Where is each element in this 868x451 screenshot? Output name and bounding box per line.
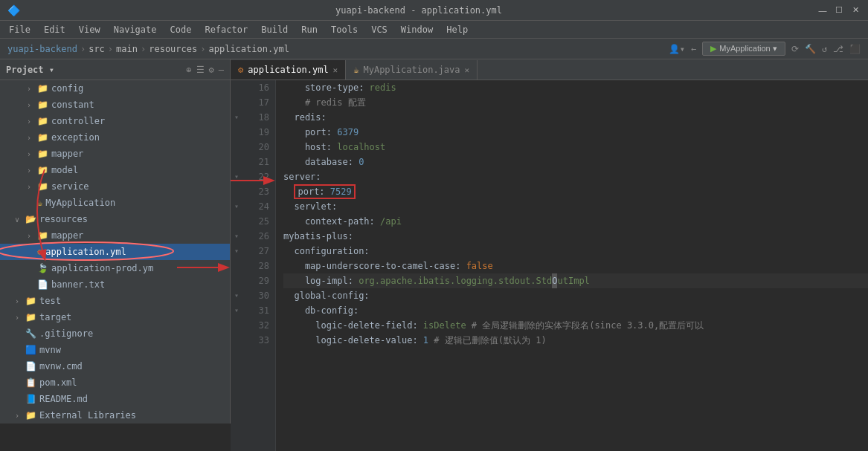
sidebar-item-test[interactable]: › 📁 test <box>0 293 230 309</box>
title-bar-title: yuapi-backend - application.yml <box>335 5 502 16</box>
stop-icon[interactable]: ⬛ <box>849 44 861 54</box>
sidebar-item-application-yml[interactable]: ⚙ application.yml <box>0 244 230 260</box>
fold-cell-fold[interactable]: ▾ <box>231 288 242 303</box>
breadcrumb-src[interactable]: src <box>89 44 105 54</box>
menu-item-window[interactable]: Window <box>395 23 439 36</box>
menu-item-refactor[interactable]: Refactor <box>199 23 254 36</box>
code-line-18: redis: <box>283 110 868 125</box>
line-num-21: 21 <box>242 155 269 169</box>
add-icon[interactable]: ⊕ <box>186 65 191 75</box>
tab-java-icon: ☕ <box>353 65 359 75</box>
menu-item-navigate[interactable]: Navigate <box>108 23 163 36</box>
sidebar-item-mvnw-cmd[interactable]: 📄 mvnw.cmd <box>0 358 230 374</box>
run-config-button[interactable]: ▶ MyApplication ▾ <box>702 42 785 56</box>
fold-cell-fold[interactable]: ▾ <box>231 229 242 244</box>
sidebar-item-application-prod[interactable]: 🍃 application-prod.ym <box>0 260 230 276</box>
sidebar-item-mapper[interactable]: › 📁 mapper <box>0 146 230 162</box>
refresh-icon[interactable]: ⟳ <box>791 44 799 54</box>
sidebar-item-label: .gitignore <box>39 328 93 339</box>
sidebar-item-myapplication[interactable]: ☕ MyApplication <box>0 195 230 211</box>
sidebar-item-label: application.yml <box>45 247 126 257</box>
sidebar-item-readme[interactable]: 📘 README.md <box>0 391 230 407</box>
chevron-right-icon: › <box>27 183 36 191</box>
sidebar-item-resources[interactable]: ∨ 📂 resources <box>0 211 230 227</box>
sidebar-item-banner[interactable]: 📄 banner.txt <box>0 276 230 293</box>
fold-cell <box>231 214 242 229</box>
sidebar-item-gitignore[interactable]: 🔧 .gitignore <box>0 325 230 342</box>
sidebar-item-exception[interactable]: › 📁 exception <box>0 129 230 146</box>
editor-content: ▾ ▾ ▾ ▾ ▾ ▾ ▾ <box>231 80 868 451</box>
chevron-right-icon: › <box>15 297 24 305</box>
code-area[interactable]: store-type: redis # redis 配置 redis: port… <box>276 80 868 451</box>
menu-item-edit[interactable]: Edit <box>38 23 71 36</box>
back-icon[interactable]: ← <box>691 44 696 54</box>
menu-item-view[interactable]: View <box>73 23 106 36</box>
breadcrumb-project[interactable]: yuapi-backend <box>7 44 77 54</box>
editor[interactable]: ▾ ▾ ▾ ▾ ▾ ▾ ▾ <box>231 80 868 451</box>
breadcrumb-file[interactable]: application.yml <box>208 44 289 54</box>
fold-cell-fold[interactable]: ▾ <box>231 110 242 125</box>
collapse-icon[interactable]: — <box>219 65 224 75</box>
fold-cell <box>231 125 242 140</box>
settings-icon[interactable]: ⚙ <box>209 65 214 75</box>
close-button[interactable]: ✕ <box>850 5 861 16</box>
menu-item-vcs[interactable]: VCS <box>365 23 393 36</box>
branch-icon[interactable]: ⎇ <box>833 44 843 54</box>
java-file-icon: ☕ <box>37 198 42 208</box>
line-numbers: 16 17 18 19 20 21 22 23 24 25 26 27 28 2… <box>242 80 276 451</box>
code-line-19: port: 6379 <box>283 125 868 140</box>
sidebar-item-pom[interactable]: 📋 pom.xml <box>0 374 230 391</box>
code-line-24: servlet: <box>283 199 868 214</box>
build-icon[interactable]: 🔨 <box>805 44 816 54</box>
fold-cell-fold[interactable]: ▾ <box>231 303 242 318</box>
menu-item-run[interactable]: Run <box>295 23 324 36</box>
sidebar-item-mapper-res[interactable]: › 📁 mapper <box>0 227 230 244</box>
minimize-button[interactable]: — <box>817 5 828 16</box>
tab-close-button[interactable]: ✕ <box>465 65 470 75</box>
sidebar-item-model[interactable]: › 📁 model <box>0 162 230 178</box>
menu-item-build[interactable]: Build <box>255 23 294 36</box>
folder-icon: 📁 <box>37 165 48 175</box>
line-num-18: 18 <box>242 110 269 125</box>
mvn-file-icon: 🟦 <box>25 345 36 355</box>
folder-icon: 📁 <box>37 230 48 241</box>
breadcrumb-resources[interactable]: resources <box>149 44 197 54</box>
sidebar-item-label: config <box>51 83 83 94</box>
chevron-right-icon: › <box>27 166 36 175</box>
sidebar-item-external-libs[interactable]: › 📁 External Libraries <box>0 407 230 424</box>
fold-cell-fold[interactable]: ▾ <box>231 244 242 259</box>
cmd-file-icon: 📄 <box>25 361 36 371</box>
sidebar-item-target[interactable]: › 📁 target <box>0 309 230 325</box>
sidebar-item-label: model <box>51 165 78 175</box>
sidebar-item-constant[interactable]: › 📁 constant <box>0 97 230 113</box>
sidebar-item-config[interactable]: › 📁 config <box>0 80 230 97</box>
line-num-23: 23 <box>242 184 269 199</box>
fold-cell <box>231 273 242 288</box>
title-bar: 🔷 yuapi-backend - application.yml — ☐ ✕ <box>0 0 868 21</box>
sidebar-item-label: target <box>39 312 71 322</box>
sidebar-item-service[interactable]: › 📁 service <box>0 178 230 195</box>
sidebar-header: Project ▾ ⊕ ☰ ⚙ — <box>0 59 230 80</box>
folder-icon: 📁 <box>37 181 48 192</box>
line-num-24: 24 <box>242 199 269 214</box>
tab-bar: ⚙ application.yml ✕ ☕ MyApplication.java… <box>231 59 868 80</box>
fold-cell-fold[interactable]: ▾ <box>231 199 242 214</box>
history-icon[interactable]: ↺ <box>822 44 827 54</box>
chevron-down-icon: ∨ <box>15 215 24 224</box>
tab-application-yml[interactable]: ⚙ application.yml ✕ <box>231 60 346 80</box>
code-line-33: logic-delete-value: 1 # 逻辑已删除值(默认为 1) <box>283 333 868 348</box>
fold-cell-fold[interactable]: ▾ <box>231 169 242 184</box>
menu-item-tools[interactable]: Tools <box>325 23 364 36</box>
breadcrumb-main[interactable]: main <box>116 44 138 54</box>
menu-item-code[interactable]: Code <box>164 23 198 36</box>
maximize-button[interactable]: ☐ <box>834 5 844 16</box>
layout-icon[interactable]: ☰ <box>196 65 205 75</box>
run-config-label: MyApplication ▾ <box>719 44 777 53</box>
sidebar-item-mvnw[interactable]: 🟦 mvnw <box>0 342 230 358</box>
menu-item-help[interactable]: Help <box>440 23 474 36</box>
tab-close-button[interactable]: ✕ <box>333 65 338 75</box>
menu-item-file[interactable]: File <box>3 23 36 36</box>
fold-cell <box>231 95 242 110</box>
sidebar-item-controller[interactable]: › 📁 controller <box>0 113 230 129</box>
tab-myapplication-java[interactable]: ☕ MyApplication.java ✕ <box>346 60 478 80</box>
